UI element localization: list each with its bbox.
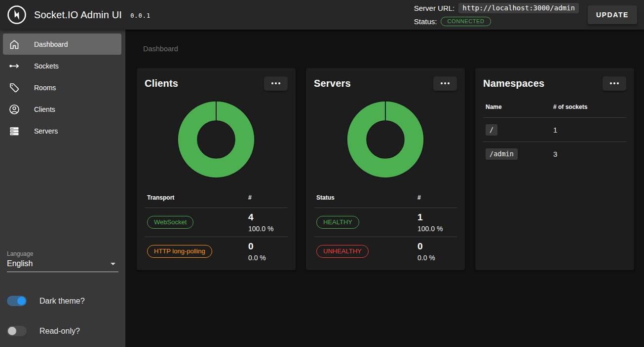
namespaces-card: Namespaces Name # of sockets / 1 /admin … [475,68,634,270]
namespaces-card-title: Namespaces [483,78,544,89]
namespace-chip: / [486,124,497,136]
namespaces-card-menu-button[interactable] [603,76,626,91]
table-row: HEALTHY 1 100.0 % [314,208,457,237]
percent-value: 0.0 % [417,254,455,262]
unhealthy-badge: UNHEALTHY [316,245,369,258]
table-row: /admin 3 [483,142,626,166]
column-header: # of sockets [553,104,624,110]
read-only-toggle-row[interactable]: Read-only? [7,326,118,336]
column-header: Status [316,194,417,201]
home-icon [8,38,20,50]
column-header: # [248,194,285,201]
clients-transport-table: Transport # WebSocket 4 100.0 % HTTP lon… [145,190,288,266]
servers-card: Servers Status # [306,68,465,270]
server-url-label: Server URL: [414,4,455,12]
servers-card-title: Servers [314,78,351,89]
sidebar-item-label: Servers [34,127,58,135]
namespaces-table: Name # of sockets / 1 /admin 3 [483,91,626,166]
dots-menu-icon [441,82,443,84]
column-header: # [417,194,455,201]
clients-card: Clients Transport # [137,68,296,270]
main-content: Dashboard Clients [125,30,644,347]
sidebar-item-sockets[interactable]: Sockets [3,55,121,76]
http-long-polling-badge: HTTP long-polling [147,245,212,258]
status-label: Status: [414,17,437,26]
dots-menu-icon [271,82,273,84]
clients-card-title: Clients [145,78,178,89]
servers-status-table: Status # HEALTHY 1 100.0 % UNHEALTHY 0 0… [314,190,457,266]
socket-count: 3 [553,150,624,158]
table-row: HTTP long-polling 0 0.0 % [145,237,288,266]
app-header: Socket.IO Admin UI 0.0.1 Server URL: htt… [0,0,644,30]
servers-card-menu-button[interactable] [433,76,457,91]
sidebar-nav: Dashboard Sockets Rooms [0,30,125,142]
sidebar-item-rooms[interactable]: Rooms [3,77,121,98]
server-url-value: http://localhost:3000/admin [458,3,579,13]
percent-value: 100.0 % [417,225,455,233]
column-header: Name [486,104,553,110]
language-value: English [7,259,33,268]
socketio-logo-icon [7,5,27,25]
language-select[interactable]: English [7,258,118,272]
dark-theme-label: Dark theme? [39,297,85,306]
dark-theme-toggle-row[interactable]: Dark theme? [7,296,118,306]
sidebar-item-label: Clients [34,105,55,113]
namespace-chip: /admin [486,148,518,160]
count-value: 1 [417,212,455,223]
percent-value: 100.0 % [248,225,285,233]
dots-menu-icon [610,82,612,84]
account-circle-icon [8,104,20,115]
count-value: 4 [248,212,285,223]
chevron-down-icon [111,263,115,265]
update-button[interactable]: UPDATE [588,5,637,24]
websocket-badge: WebSocket [147,216,193,229]
sidebar-item-label: Sockets [34,62,59,70]
column-header: Transport [147,194,248,201]
healthy-badge: HEALTHY [316,216,359,229]
dark-theme-switch[interactable] [7,296,27,306]
table-row: WebSocket 4 100.0 % [145,208,288,237]
sidebar-item-label: Rooms [34,84,56,92]
breadcrumb: Dashboard [143,45,644,53]
read-only-switch[interactable] [7,326,27,336]
read-only-label: Read-only? [39,327,80,336]
connection-info: Server URL: http://localhost:3000/admin … [414,2,579,28]
sidebar-item-label: Dashboard [34,40,68,48]
status-badge: CONNECTED [441,17,491,26]
language-label: Language [7,250,118,257]
table-row: / 1 [483,118,626,142]
count-value: 0 [248,241,285,252]
servers-donut-chart [346,100,425,181]
table-row: UNHEALTHY 0 0.0 % [314,237,457,266]
clients-card-menu-button[interactable] [264,76,288,91]
clients-donut-chart [177,100,256,181]
sidebar-item-servers[interactable]: Servers [3,120,121,141]
socket-count: 1 [553,126,624,134]
app-version: 0.0.1 [130,12,151,19]
app-title: Socket.IO Admin UI [34,9,122,21]
percent-value: 0.0 % [248,254,285,262]
sidebar-item-dashboard[interactable]: Dashboard [3,34,121,55]
ray-arrow-icon [8,60,20,72]
sidebar: Dashboard Sockets Rooms [0,30,125,347]
tag-icon [8,82,20,94]
sidebar-settings: Language English Dark theme? Read-only? [0,250,125,347]
server-stack-icon [8,125,20,137]
sidebar-item-clients[interactable]: Clients [3,99,121,120]
count-value: 0 [417,241,455,252]
